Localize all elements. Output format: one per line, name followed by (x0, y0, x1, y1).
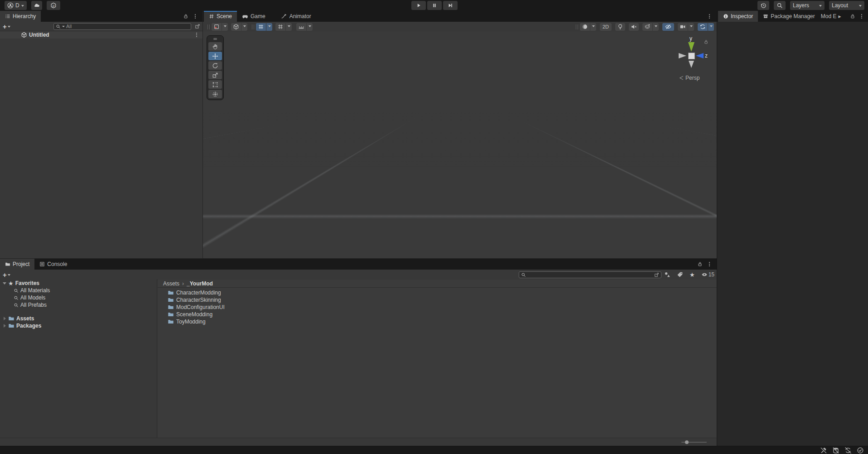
foldout-closed-icon[interactable] (4, 317, 6, 320)
layout-dropdown[interactable]: Layout (829, 1, 864, 10)
undo-history-button[interactable] (757, 1, 769, 10)
tab-console[interactable]: Console (34, 259, 72, 270)
folder-row-characterskinning[interactable]: CharacterSkinning (158, 296, 717, 304)
folder-row-scenemodding[interactable]: SceneModding (158, 311, 717, 318)
snap-increment-dropdown[interactable] (296, 23, 313, 31)
hierarchy-search-field[interactable] (53, 23, 191, 30)
projection-toggle[interactable]: Persp (679, 75, 699, 81)
transform-tool-button[interactable] (208, 90, 222, 98)
orientation-gizmo[interactable]: y z Persp (670, 35, 710, 83)
tab-package-manager[interactable]: Package Manager (758, 11, 820, 22)
kebab-menu-icon[interactable] (707, 261, 712, 267)
account-button[interactable]: D (5, 1, 27, 10)
effects-dropdown[interactable] (642, 23, 659, 31)
transform-tool-icon (212, 91, 218, 97)
chevron-down-icon (8, 26, 10, 29)
gizmo-x-axis-cone[interactable] (679, 53, 686, 58)
lock-icon[interactable] (697, 261, 703, 267)
hidden-count-toggle[interactable]: 15 (701, 271, 714, 278)
global-search-button[interactable] (774, 1, 786, 10)
foldout-closed-icon[interactable] (4, 324, 6, 328)
cloud-icon (34, 2, 40, 9)
overlay-grip-handle[interactable] (212, 37, 218, 41)
tree-item-all-models[interactable]: All Models (0, 294, 157, 301)
open-search-window-icon[interactable] (195, 24, 200, 29)
saved-search-icon (14, 303, 19, 308)
saved-search-star-icon[interactable]: ★ (690, 272, 695, 278)
gizmo-negative-y-cone[interactable] (689, 61, 694, 68)
breadcrumb-current[interactable]: _YourMod (187, 280, 213, 287)
tab-project[interactable]: Project (0, 259, 34, 270)
tree-item-assets[interactable]: Assets (0, 315, 157, 322)
scene-row-untitled[interactable]: Untitled (0, 31, 203, 39)
search-by-label-icon[interactable] (677, 271, 683, 278)
foldout-open-icon[interactable] (3, 282, 6, 285)
grid-visibility-dropdown[interactable] (275, 23, 292, 31)
tool-settings-dropdown[interactable] (212, 23, 228, 31)
folder-row-modconfigurationui[interactable]: ModConfigurationUI (158, 304, 717, 311)
kebab-menu-icon[interactable] (193, 14, 198, 19)
plastic-scm-button[interactable]: p (47, 1, 60, 10)
thumbnail-zoom-slider[interactable] (681, 442, 707, 443)
step-button[interactable] (443, 1, 458, 10)
tab-game[interactable]: Game (237, 11, 270, 22)
create-object-button[interactable]: + (3, 23, 10, 30)
move-tool-button[interactable] (208, 52, 222, 60)
grid-snapping-toggle[interactable] (256, 23, 272, 31)
search-by-type-icon[interactable] (664, 271, 670, 278)
lock-icon[interactable] (183, 14, 188, 19)
layers-dropdown[interactable]: Layers (790, 1, 825, 10)
pivot-dropdown[interactable] (231, 23, 247, 31)
project-search-field[interactable] (519, 271, 661, 278)
tab-scroll-arrow-icon[interactable]: ▸ (837, 11, 842, 22)
create-asset-button[interactable]: + (3, 271, 10, 279)
hierarchy-search-input[interactable] (66, 24, 189, 29)
cloud-button[interactable] (31, 1, 42, 10)
auto-generate-lighting-off-icon[interactable] (820, 447, 827, 454)
rotate-tool-button[interactable] (208, 61, 222, 70)
tab-mod-exporter[interactable]: Mod E (820, 11, 838, 22)
progress-idle-icon[interactable] (857, 447, 864, 454)
tab-inspector[interactable]: Inspector (718, 11, 758, 22)
animator-tab-label: Animator (289, 13, 311, 19)
cache-server-disconnected-icon[interactable] (832, 447, 839, 454)
orbit-tool-icon (699, 24, 706, 30)
folder-row-toymodding[interactable]: ToyModding (158, 318, 717, 325)
open-search-window-icon[interactable] (654, 272, 659, 277)
scene-viewport[interactable]: y z Persp (203, 32, 717, 258)
tree-item-label: All Materials (20, 287, 50, 294)
scene-row-kebab-icon[interactable] (194, 32, 199, 38)
scene-audio-toggle[interactable] (629, 23, 639, 31)
gizmo-y-axis-cone[interactable] (688, 42, 694, 52)
breadcrumb-assets[interactable]: Assets (163, 280, 179, 287)
component-tools-dropdown[interactable] (698, 23, 714, 31)
scale-tool-button[interactable] (208, 71, 222, 79)
scene-lighting-toggle[interactable] (615, 23, 625, 31)
draw-mode-dropdown[interactable] (580, 23, 596, 31)
folder-row-charactermodding[interactable]: CharacterModding (158, 289, 717, 296)
tree-item-all-prefabs[interactable]: All Prefabs (0, 301, 157, 309)
chevron-down-icon (819, 5, 822, 8)
tree-item-packages[interactable]: Packages (0, 322, 157, 329)
lock-icon[interactable] (850, 14, 855, 19)
pause-button[interactable] (427, 1, 442, 10)
2d-toggle[interactable]: 2D (600, 23, 612, 31)
kebab-menu-icon[interactable] (859, 14, 864, 19)
collab-sync-off-icon[interactable] (844, 447, 852, 454)
tree-item-favorites[interactable]: ★ Favorites (0, 280, 157, 287)
view-tool-button[interactable] (208, 42, 222, 51)
camera-settings-dropdown[interactable] (678, 23, 694, 31)
tab-scene[interactable]: Scene (204, 11, 237, 22)
gizmo-lock-icon[interactable] (704, 39, 709, 46)
project-search-input[interactable] (527, 272, 653, 277)
gizmo-z-axis-cone[interactable] (696, 53, 704, 58)
scene-visibility-toggle[interactable] (662, 23, 674, 31)
gizmo-center-cube[interactable] (688, 53, 695, 59)
play-button[interactable] (411, 1, 426, 10)
rect-tool-button[interactable] (208, 80, 222, 89)
tree-item-all-materials[interactable]: All Materials (0, 287, 157, 294)
slider-handle[interactable] (685, 440, 689, 444)
tab-animator[interactable]: Animator (276, 11, 316, 22)
tab-hierarchy[interactable]: Hierarchy (0, 11, 41, 22)
kebab-menu-icon[interactable] (707, 14, 712, 19)
